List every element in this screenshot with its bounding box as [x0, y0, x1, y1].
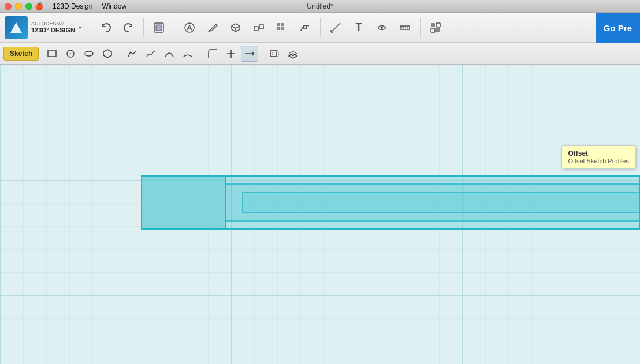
undo-redo-group: [96, 17, 139, 38]
logo-area: AUTODESK® 123D° DESIGN ▾: [5, 16, 86, 39]
svg-rect-42: [273, 51, 278, 57]
svg-rect-14: [277, 27, 280, 30]
divider-3: [174, 18, 174, 37]
sketch-fillet-tool[interactable]: [204, 46, 221, 62]
maximize-button[interactable]: [25, 3, 32, 10]
pattern-tool[interactable]: [271, 17, 292, 38]
window-title: Untitled*: [307, 2, 333, 10]
sketch-polygon-tool[interactable]: [99, 46, 116, 62]
svg-rect-48: [142, 176, 225, 229]
divider-4: [320, 18, 321, 37]
sketch-divider-2: [200, 47, 200, 60]
sketch-3d-project-tool[interactable]: [284, 46, 302, 62]
svg-rect-15: [281, 27, 284, 30]
traffic-lights: [5, 3, 32, 10]
svg-rect-9: [254, 27, 258, 31]
sketch-rectangle-tool[interactable]: [43, 46, 61, 62]
svg-rect-30: [48, 51, 56, 57]
main-toolbar-wrapper: AUTODESK® 123D° DESIGN ▾: [0, 13, 640, 43]
select-tool[interactable]: [148, 17, 169, 38]
sketch-divider-3: [262, 47, 262, 60]
svg-rect-28: [431, 28, 435, 32]
3d-box-tool[interactable]: [225, 17, 246, 38]
divider-5: [420, 18, 421, 37]
svg-rect-21: [400, 26, 410, 29]
divider-1: [91, 18, 91, 37]
svg-marker-0: [10, 22, 22, 33]
svg-line-17: [331, 23, 340, 32]
tooltip-title: Offset: [568, 149, 629, 157]
svg-marker-47: [243, 193, 640, 212]
sketch-arc1-tool[interactable]: [161, 46, 178, 62]
svg-line-35: [184, 51, 188, 57]
offset-tooltip: Offset Offset Sketch Profiles: [561, 145, 635, 168]
measure-tool[interactable]: [325, 17, 346, 38]
mac-menu: 🍎 123D Design Window: [35, 2, 126, 10]
apple-menu[interactable]: 🍎: [35, 2, 43, 10]
sketch-divider-1: [120, 47, 120, 60]
title-bar: 🍎 123D Design Window Untitled*: [0, 0, 640, 13]
main-toolbar: AUTODESK® 123D° DESIGN ▾: [0, 13, 640, 43]
modify-tool[interactable]: [295, 17, 315, 38]
svg-point-20: [381, 27, 383, 29]
minimize-button[interactable]: [15, 3, 22, 10]
sketch-ellipse-tool[interactable]: [80, 46, 98, 62]
construct-tool[interactable]: [248, 17, 269, 38]
svg-line-6: [232, 26, 236, 28]
svg-rect-41: [270, 51, 276, 57]
go-premium-button[interactable]: Go Pre: [596, 13, 640, 43]
sketch-trim-tool[interactable]: [222, 46, 240, 62]
svg-line-7: [236, 26, 240, 28]
text-tool[interactable]: T: [348, 17, 369, 38]
svg-rect-26: [431, 23, 435, 27]
sketch-tool[interactable]: [179, 17, 200, 38]
redo-button[interactable]: [118, 17, 139, 38]
draw-tool[interactable]: [202, 17, 223, 38]
svg-marker-34: [103, 50, 111, 58]
app-menu[interactable]: 123D Design: [53, 2, 92, 10]
sketch-toolbar: Sketch: [0, 43, 640, 65]
sketch-spline-tool[interactable]: [142, 46, 159, 62]
svg-rect-10: [259, 25, 263, 29]
canvas-svg: [0, 65, 640, 364]
svg-point-33: [85, 51, 93, 56]
sketch-mode-button[interactable]: Sketch: [3, 47, 39, 61]
svg-point-32: [70, 53, 71, 54]
sketch-circle-tool[interactable]: [62, 46, 79, 62]
divider-2: [143, 18, 144, 37]
close-button[interactable]: [5, 3, 12, 10]
undo-button[interactable]: [96, 17, 117, 38]
svg-rect-2: [156, 25, 162, 31]
svg-rect-27: [436, 23, 440, 27]
logo-text: AUTODESK® 123D° DESIGN: [31, 21, 75, 35]
tooltip-description: Offset Sketch Profiles: [568, 157, 629, 164]
canvas-area[interactable]: Offset Offset Sketch Profiles: [0, 65, 640, 364]
window-menu[interactable]: Window: [102, 2, 126, 10]
sketch-project-tool[interactable]: [266, 46, 283, 62]
svg-rect-13: [281, 23, 284, 26]
sketch-polyline-tool[interactable]: [124, 46, 141, 62]
svg-rect-12: [277, 23, 280, 26]
logo-dropdown[interactable]: ▾: [79, 24, 81, 31]
materials-tool[interactable]: [425, 17, 446, 38]
snap-tool[interactable]: [371, 17, 392, 38]
sketch-offset-tool[interactable]: [241, 46, 258, 62]
svg-rect-29: [436, 28, 440, 32]
logo-icon: [5, 16, 28, 39]
ruler-tool[interactable]: [395, 17, 415, 38]
sketch-arc2-tool[interactable]: [179, 46, 196, 62]
